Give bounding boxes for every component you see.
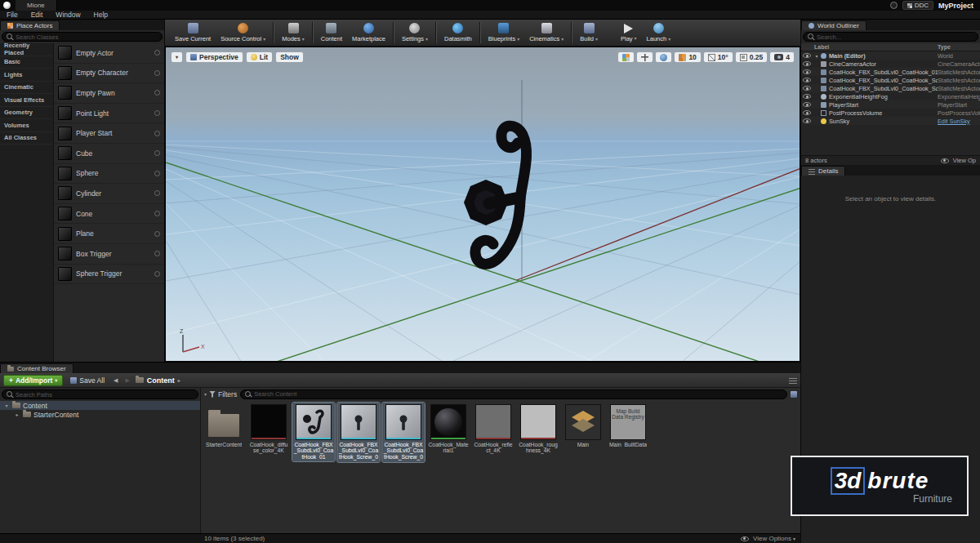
save-search-icon[interactable] [791,391,797,398]
visibility-eye-icon[interactable] [803,61,811,66]
tree-item-startercontent[interactable]: ▸ StarterContent [0,410,200,419]
category-lights[interactable]: Lights [0,69,53,82]
asset-tile-main-level[interactable]: Main [562,403,604,449]
source-control-button[interactable]: Source Control▾ [216,20,270,46]
visibility-eye-icon[interactable] [803,86,811,91]
ddc-button[interactable]: DDC [902,1,933,10]
asset-tile-screw1-mesh[interactable]: CoatHook_FBX_SubdLvl0_CoatHook_Screw_01 [337,403,380,462]
visibility-eye-icon[interactable] [803,53,811,58]
asset-tile-diffuse-texture[interactable]: CoatHook_diffuse_color_4K [247,403,290,456]
list-item-plane[interactable]: Plane [54,224,164,244]
drag-grip-icon[interactable] [154,110,160,116]
drag-grip-icon[interactable] [154,211,160,216]
visibility-eye-icon[interactable] [803,110,811,115]
asset-tile-main-builtdata[interactable]: Map Build Data Registry Main_BuiltData [607,403,649,449]
show-button[interactable]: Show [275,51,304,63]
modes-button[interactable]: Modes▾ [277,20,310,46]
category-visual-effects[interactable]: Visual Effects [0,94,53,107]
asset-tile-roughness-texture[interactable]: CoatHook_roughness_4K [517,403,559,456]
maximize-viewport-button[interactable] [617,51,635,63]
drag-grip-icon[interactable] [154,150,160,156]
list-item-cylinder[interactable]: Cylinder [54,184,164,204]
search-classes-input[interactable] [16,33,158,41]
visibility-eye-icon[interactable] [803,102,811,107]
visibility-eye-icon[interactable] [803,69,811,74]
drag-grip-icon[interactable] [154,70,160,76]
search-content-input[interactable] [254,390,782,398]
window-tab[interactable]: Mione [16,0,57,11]
drag-grip-icon[interactable] [154,231,160,237]
list-item-empty-pawn[interactable]: Empty Pawn [54,83,164,104]
expander-icon[interactable]: ▸ [14,412,20,417]
outliner-search-input[interactable] [817,33,973,41]
outliner-row-sunsky[interactable]: SunSkyEdit SunSky [801,117,980,125]
save-all-button[interactable]: Save All [67,375,108,386]
list-item-sphere[interactable]: Sphere [54,164,164,185]
outliner-row-postprocess[interactable]: PostProcessVolumePostProcessVolume [801,109,980,117]
menu-edit[interactable]: Edit [24,11,50,19]
category-recently-placed[interactable]: Recently Placed [0,43,53,56]
menu-help[interactable]: Help [87,11,114,19]
cinematics-button[interactable]: Cinematics▾ [524,20,568,46]
list-item-player-start[interactable]: Player Start [54,123,164,144]
outliner-row-screw2[interactable]: CoatHook_FBX_SubdLvl0_CoatHook_Screw_02S… [801,84,980,92]
cb-view-options-button[interactable]: View Options [753,535,791,542]
launch-button[interactable]: Launch▾ [642,20,676,46]
edit-sunsky-link[interactable]: Edit SunSky [938,118,980,125]
visibility-eye-icon[interactable] [803,78,811,82]
asset-tile-reflect-texture[interactable]: CoatHook_reflect_4K [472,403,514,456]
drag-grip-icon[interactable] [154,90,160,96]
list-item-empty-actor[interactable]: Empty Actor [54,43,164,64]
list-item-cube[interactable]: Cube [54,144,164,164]
breadcrumb[interactable]: Content ▸ [136,376,180,385]
tab-world-outliner[interactable]: World Outliner [801,20,866,30]
coat-hook-model[interactable] [464,126,527,264]
outliner-row-screw1[interactable]: CoatHook_FBX_SubdLvl0_CoatHook_Screw_01S… [801,76,980,84]
category-basic[interactable]: Basic [0,56,53,69]
blueprints-button[interactable]: Blueprints▾ [483,20,524,46]
view-settings-icon[interactable] [789,377,797,384]
tab-details[interactable]: Details [801,166,845,176]
rotation-snap-button[interactable]: 10° [703,51,733,63]
tree-item-content[interactable]: ▾ Content [0,401,200,410]
outliner-row-coathook[interactable]: CoatHook_FBX_SubdLvl0_CoatHook_01StaticM… [801,68,980,76]
perspective-button[interactable]: Perspective [185,51,243,63]
list-item-box-trigger[interactable]: Box Trigger [54,244,164,265]
forward-button[interactable]: ▶ [123,377,131,384]
breadcrumb-root[interactable]: Content [147,376,175,385]
viewport[interactable]: ▾ Perspective Lit Show 10 10° 0.25 4 Z X [165,47,800,362]
play-button[interactable]: Play▾ [616,20,642,46]
drag-grip-icon[interactable] [154,271,160,277]
add-import-button[interactable]: + Add/Import ▾ [3,375,63,386]
list-item-point-light[interactable]: Point Light [54,104,164,124]
project-name[interactable]: MyProject [938,2,973,10]
viewport-options-button[interactable]: ▾ [171,51,183,63]
expander-icon[interactable]: ▾ [3,403,10,408]
drag-grip-icon[interactable] [154,131,160,136]
lit-mode-button[interactable]: Lit [246,51,273,63]
menu-file[interactable]: File [0,11,24,19]
outliner-row-playerstart[interactable]: PlayerStartPlayerStart [801,100,980,109]
drag-grip-icon[interactable] [154,50,160,56]
filters-button[interactable]: ▾ Filters [204,390,237,398]
visibility-eye-icon[interactable] [803,94,811,99]
asset-tile-material[interactable]: CoatHook_Material1 [427,403,470,456]
outliner-view-options-button[interactable]: View Op [953,157,976,164]
grid-snap-button[interactable]: 10 [674,51,701,63]
scale-snap-button[interactable]: 0.25 [735,51,768,63]
drag-grip-icon[interactable] [154,171,160,176]
settings-button[interactable]: Settings▾ [397,20,433,46]
category-geometry[interactable]: Geometry [0,107,53,120]
category-volumes[interactable]: Volumes [0,119,53,132]
camera-speed-button[interactable]: 4 [769,51,795,63]
category-all-classes[interactable]: All Classes [0,132,53,145]
list-item-cone[interactable]: Cone [54,204,164,225]
asset-tile-screw2-mesh[interactable]: CoatHook_FBX_SubdLvl0_CoatHook_Screw_02 [382,403,425,462]
drag-grip-icon[interactable] [154,251,160,256]
drag-grip-icon[interactable] [154,190,160,196]
outliner-row-cinecamera[interactable]: CineCameraActorCineCameraActor [801,60,980,68]
tab-place-actors[interactable]: Place Actors [0,20,60,30]
list-item-empty-character[interactable]: Empty Character [54,64,164,84]
marketplace-button[interactable]: Marketplace [347,20,390,46]
visibility-eye-icon[interactable] [803,118,811,123]
